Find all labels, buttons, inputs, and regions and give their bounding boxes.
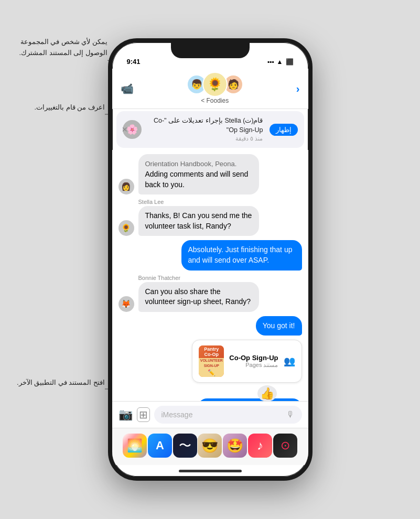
message-bubble: Thanks, B! Can you send me the volunteer… xyxy=(138,206,259,236)
notification-banner[interactable]: ✕ إظهار قام(ت) Stella بإجراء تعديلات على… xyxy=(116,111,304,148)
phone-content: 9:41 ▪▪▪ ▲ ⬛ 📹 👦 xyxy=(112,42,308,477)
notification-close-button[interactable]: ✕ xyxy=(122,125,128,134)
avatar: 🌻 xyxy=(119,220,134,236)
annotation-1: يمكن لأي شخص في المجموعة الوصول إلى المس… xyxy=(10,37,107,59)
home-bar xyxy=(179,470,242,472)
messages-area[interactable]: 👩 Orientation Handbook, Peona. Adding co… xyxy=(112,150,308,401)
doc-card-container: PantryCo-Op VOLUNTEERSIGN-UP ✏️ Co-Op Si… xyxy=(119,340,302,383)
nav-bar: 📹 👦 🌻 🧑 < Foodies xyxy=(112,69,308,109)
dock-photos-button[interactable]: 🌅 xyxy=(123,434,147,458)
video-icon: 📹 xyxy=(121,82,134,95)
table-row: Absolutely. Just finishing that up and w… xyxy=(119,240,302,270)
app-dock: 🌅 A 〜 😎 🤩 ♪ ⊙ xyxy=(112,428,308,465)
battery-icon: ▪▪▪ xyxy=(267,58,274,66)
dock-music-button[interactable]: ♪ xyxy=(248,434,272,458)
group-name[interactable]: < Foodies xyxy=(201,97,229,105)
message-bubble: You got it! xyxy=(256,316,302,336)
nav-center: 👦 🌻 🧑 < Foodies xyxy=(134,72,296,105)
document-card[interactable]: PantryCo-Op VOLUNTEERSIGN-UP ✏️ Co-Op Si… xyxy=(192,340,301,383)
doc-title: Co-Op Sign-Up xyxy=(229,354,278,362)
dock-fitness-button[interactable]: ⊙ xyxy=(273,434,297,458)
nav-avatar-center[interactable]: 🌻 xyxy=(202,72,228,97)
nav-chevron-button[interactable]: › xyxy=(296,83,300,95)
signal-icon: ⬛ xyxy=(286,58,294,66)
table-row: 🌻 Thanks, B! Can you send me the volunte… xyxy=(119,206,302,236)
doc-share-icon: 👥 xyxy=(284,355,295,367)
message-bubble: Absolutely. Just finishing that up and w… xyxy=(181,240,302,270)
final-message-container: 👍 Let me know if all looks OK. xyxy=(119,387,302,401)
dock-memoji1-button[interactable]: 😎 xyxy=(198,434,222,458)
notch xyxy=(171,42,250,58)
apps-button[interactable]: ⊞ xyxy=(137,407,150,422)
message-sender-label: Stella Lee xyxy=(119,199,302,205)
dock-appstore-button[interactable]: A xyxy=(148,434,172,458)
table-row: You got it! xyxy=(119,316,302,336)
doc-info: Co-Op Sign-Up مستند Pages xyxy=(229,354,278,369)
message-sender-label: Bonnie Thatcher xyxy=(119,275,302,281)
annotation-2: اعرف من قام بالتغييرات. xyxy=(10,102,105,113)
annotation-3: افتح المستند في التطبيق الآخر. xyxy=(10,377,105,388)
wifi-icon: ▲ xyxy=(277,58,283,66)
phone-frame: 9:41 ▪▪▪ ▲ ⬛ 📹 👦 xyxy=(108,38,313,481)
message-bubble: Orientation Handbook, Peona. Adding comm… xyxy=(138,154,259,194)
nav-avatars-row: 👦 🌻 🧑 xyxy=(187,72,243,97)
nav-video-button[interactable]: 📹 xyxy=(121,82,134,95)
camera-button[interactable]: 📷 xyxy=(119,408,133,421)
doc-thumbnail: PantryCo-Op VOLUNTEERSIGN-UP ✏️ xyxy=(199,345,224,377)
home-indicator xyxy=(112,465,308,477)
input-placeholder: iMessage xyxy=(161,410,193,419)
table-row: 👩 Orientation Handbook, Peona. Adding co… xyxy=(119,154,302,194)
imessage-input[interactable]: iMessage 🎙 xyxy=(154,406,302,424)
status-time: 9:41 xyxy=(127,58,141,66)
show-button[interactable]: إظهار xyxy=(270,124,298,136)
mic-icon: 🎙 xyxy=(286,410,295,419)
avatar: 👩 xyxy=(119,179,134,194)
dock-memoji2-button[interactable]: 🤩 xyxy=(223,434,247,458)
doc-subtitle: مستند Pages xyxy=(229,362,278,369)
avatar: 🦊 xyxy=(119,296,134,312)
reaction-emoji: 👍 xyxy=(257,387,277,401)
message-bubble: Can you also share the volunteer sign-up… xyxy=(138,282,259,312)
table-row: 🦊 Can you also share the volunteer sign-… xyxy=(119,282,302,312)
notification-text: قام(ت) Stella بإجراء تعديلات على "Co-Op … xyxy=(146,116,263,143)
dock-shazam-button[interactable]: 〜 xyxy=(173,434,197,458)
input-bar: 📷 ⊞ iMessage 🎙 xyxy=(112,401,308,428)
chevron-right-icon: › xyxy=(296,83,300,95)
status-icons: ▪▪▪ ▲ ⬛ xyxy=(267,58,294,66)
